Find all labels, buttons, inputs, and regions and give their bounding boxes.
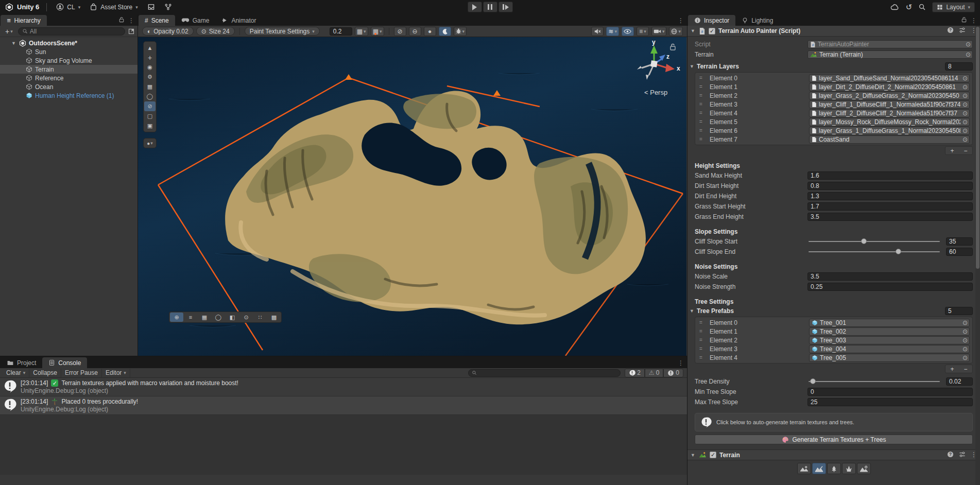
- max-tree-slope-field[interactable]: 25: [807, 398, 973, 406]
- layer-object-field[interactable]: layer_Mossy_Rock_DiffuseMossy_Rock_Norma…: [809, 118, 970, 126]
- help-icon[interactable]: [947, 27, 954, 35]
- help-icon[interactable]: [947, 451, 954, 459]
- tree-object-field[interactable]: Tree_001 ⊙: [809, 319, 970, 327]
- lock-icon[interactable]: [961, 16, 967, 24]
- grass-end-height-field[interactable]: 3.5: [807, 213, 973, 221]
- component-enabled-checkbox[interactable]: ✓: [709, 28, 715, 34]
- object-picker-icon[interactable]: ⊙: [966, 41, 971, 48]
- drag-handle-icon[interactable]: =: [699, 328, 707, 334]
- cliff-slope-start-slider[interactable]: [807, 237, 941, 246]
- drag-handle-icon[interactable]: =: [699, 119, 707, 125]
- layer-object-field[interactable]: layer_Cliff_2_DiffuseCliff_2_Normaleda51…: [809, 109, 970, 117]
- grid-size-field[interactable]: 0.2: [330, 27, 352, 36]
- paint-texture-tool[interactable]: ⊘: [144, 101, 156, 111]
- dirt-start-height-field[interactable]: 0.8: [807, 182, 973, 190]
- panel-menu-icon[interactable]: ⋮: [128, 17, 134, 24]
- paint-details-tool[interactable]: [842, 463, 856, 474]
- noise-scale-field[interactable]: 3.5: [807, 272, 973, 281]
- pick-window-icon[interactable]: [128, 28, 134, 34]
- presets-icon[interactable]: [959, 451, 966, 459]
- layer-object-field[interactable]: CoastSand ⊙: [809, 135, 970, 144]
- pan-tool[interactable]: +: [144, 53, 156, 62]
- terrain-raise-tool[interactable]: ▲: [144, 43, 156, 53]
- drag-handle-icon[interactable]: =: [699, 110, 707, 116]
- layers-dropdown-button[interactable]: ≡ ▾: [637, 27, 649, 36]
- console-log-entry[interactable]: [23:01:14] ✓ Terrain textures applied wi…: [0, 378, 687, 396]
- lighting-toggle-button[interactable]: [439, 27, 451, 36]
- drag-handle-icon[interactable]: =: [699, 128, 707, 133]
- align-overlay-button[interactable]: ≡: [184, 313, 197, 322]
- info-count-toggle[interactable]: 2: [625, 369, 645, 377]
- camera-settings-button[interactable]: ▾: [651, 27, 667, 36]
- array-element-row[interactable]: = Element 3 Tree_004 ⊙: [695, 344, 972, 353]
- settings-tool[interactable]: ⚙: [144, 72, 156, 82]
- layer-object-field[interactable]: layer_Grass_2_DiffuseGrass_2_Normal20230…: [809, 92, 970, 100]
- search-icon[interactable]: [918, 3, 926, 11]
- terrain-component-header[interactable]: ▼ ✓ Terrain ⋮: [687, 449, 980, 460]
- texture-overlay-button[interactable]: ▩: [267, 313, 281, 322]
- sphere-overlay-button[interactable]: ◯: [212, 313, 225, 322]
- inspector-scrollbar[interactable]: [975, 26, 980, 485]
- object-picker-icon[interactable]: ⊙: [962, 136, 968, 143]
- gizmo-axis-z-label[interactable]: z: [666, 53, 669, 60]
- create-neighbor-terrain-tool[interactable]: [797, 463, 811, 474]
- tab-scene[interactable]: # Scene: [139, 15, 175, 26]
- console-log-entry[interactable]: [23:01:14] Placed 0 trees procedurally! …: [0, 396, 687, 415]
- tree-density-slider[interactable]: [807, 377, 941, 386]
- stamp-tool[interactable]: ▢: [144, 111, 156, 121]
- terrain-layers-foldout[interactable]: ▼ Terrain Layers 8: [690, 62, 973, 71]
- grid-overlay-button[interactable]: ▦: [198, 313, 211, 322]
- brush-mask-dropdown[interactable]: ● ▾: [143, 138, 157, 148]
- presets-icon[interactable]: [959, 27, 966, 35]
- remove-element-button[interactable]: −: [959, 147, 972, 154]
- grid-snap-button[interactable]: ▦▾: [355, 27, 368, 36]
- lock-icon[interactable]: [119, 16, 124, 24]
- package-manager-button[interactable]: [145, 2, 157, 12]
- object-picker-icon[interactable]: ⊙: [962, 110, 968, 117]
- add-element-button[interactable]: +: [945, 147, 959, 154]
- 2d-toggle-button[interactable]: ●: [424, 27, 436, 36]
- hierarchy-row[interactable]: Reference: [0, 74, 137, 82]
- add-element-button[interactable]: +: [945, 365, 959, 373]
- scene-viewport[interactable]: y z x < Persp ▲ + ◉ ⚙ ▦ ◯ ⊘: [138, 37, 686, 356]
- hierarchy-row[interactable]: Sun: [0, 47, 137, 56]
- tab-game[interactable]: Game: [175, 15, 216, 26]
- shaded-mode-button[interactable]: ⊘: [394, 27, 406, 36]
- layer-object-field[interactable]: layer_Grass_1_DiffuseGrass_1_Normal20230…: [809, 127, 970, 135]
- cliff-slope-start-field[interactable]: 35: [946, 237, 973, 246]
- gizmos-dropdown-button[interactable]: ▾: [669, 27, 683, 36]
- object-picker-icon[interactable]: ⊙: [962, 345, 968, 353]
- terrain-auto-painter-header[interactable]: ▼ ✓ Terrain Auto Painter (Script) ⋮: [687, 26, 980, 37]
- object-picker-icon[interactable]: ⊙: [962, 75, 968, 82]
- tree-density-field[interactable]: 0.02: [946, 377, 973, 386]
- drag-handle-icon[interactable]: =: [699, 93, 707, 98]
- array-size-field[interactable]: 5: [945, 307, 973, 315]
- brush-size-control[interactable]: ⊙ Size 24: [196, 27, 235, 36]
- foldout-icon[interactable]: ▼: [691, 453, 696, 458]
- object-picker-icon[interactable]: ⊙: [962, 354, 968, 361]
- object-picker-icon[interactable]: ⊙: [962, 118, 968, 126]
- cloud-icon[interactable]: [890, 4, 900, 11]
- object-picker-icon[interactable]: ⊙: [962, 83, 968, 91]
- array-element-row[interactable]: = Element 1 layer_Dirt_2_DiffuseDirt_2_N…: [695, 82, 972, 91]
- brush-select-tool[interactable]: ◉: [144, 62, 156, 72]
- pause-button[interactable]: [483, 2, 497, 12]
- drag-handle-icon[interactable]: =: [699, 346, 707, 352]
- object-picker-icon[interactable]: ⊙: [962, 101, 968, 108]
- tab-hierarchy[interactable]: ≣ Hierarchy: [1, 15, 47, 26]
- paint-texture-settings-dropdown[interactable]: Paint Texture Settings ▾: [245, 27, 320, 36]
- foldout-icon[interactable]: ▼: [691, 28, 696, 33]
- drag-handle-icon[interactable]: =: [699, 337, 707, 343]
- tree-object-field[interactable]: Tree_004 ⊙: [809, 345, 970, 353]
- tree-object-field[interactable]: Tree_002 ⊙: [809, 327, 970, 336]
- script-object-field[interactable]: TerrainAutoPainter ⊙: [807, 40, 973, 48]
- hierarchy-search-input[interactable]: [30, 28, 121, 35]
- play-button[interactable]: [468, 2, 482, 12]
- version-control-button[interactable]: [162, 2, 174, 12]
- object-picker-icon[interactable]: ⊙: [962, 127, 968, 134]
- tab-animator[interactable]: Animator: [215, 15, 262, 26]
- object-picker-icon[interactable]: ⊙: [962, 92, 968, 99]
- error-pause-button[interactable]: Error Pause: [61, 369, 102, 377]
- grid-visibility-button[interactable]: ▦▾: [371, 27, 384, 36]
- hierarchy-row-prefab[interactable]: Human Height Reference (1): [0, 91, 137, 100]
